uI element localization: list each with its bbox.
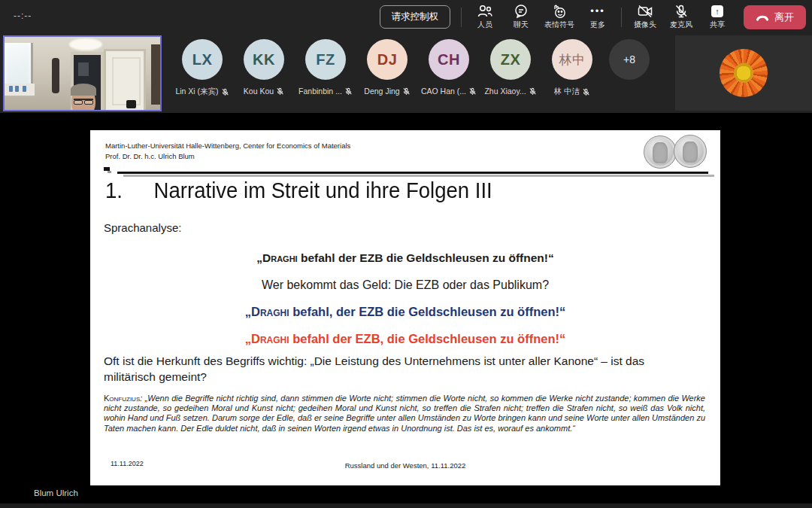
participant-tile[interactable]: KK Kou Kou — [233, 34, 295, 113]
share-label: 共享 — [710, 20, 725, 30]
slide-header-line1: Martin-Luther-Universität Halle-Wittenbe… — [105, 141, 350, 151]
participants-button[interactable]: 人员 — [472, 4, 498, 30]
quote-red: „Draghi befahl der EZB, die Geldschleuse… — [90, 332, 720, 346]
slide-title: 1.Narrative im Streit und ihre Folgen II… — [105, 178, 492, 203]
avatar: FZ — [305, 39, 346, 80]
mic-muted-icon — [344, 87, 353, 96]
quote-1: „Draghi befahl der EZB die Geldschleusen… — [90, 251, 720, 265]
meeting-window: --:-- 请求控制权 人员 — [0, 0, 812, 508]
camera-off-icon — [637, 4, 653, 19]
toolbar-divider — [621, 8, 622, 27]
participant-tile[interactable]: CH CAO Han (... — [418, 34, 480, 113]
participant-video-tile[interactable] — [675, 35, 812, 111]
participant-name: 林 中洁 — [554, 87, 580, 97]
emoji-label: 表情符号 — [544, 20, 574, 30]
avatar: LX — [182, 39, 223, 80]
presentation-slide: Martin-Luther-Universität Halle-Wittenbe… — [90, 130, 720, 485]
konfuzius-quote: Konfuzius: „Wenn die Begriffe nicht rich… — [104, 394, 705, 433]
camera-button[interactable]: 摄像头 — [632, 4, 658, 30]
participant-name: Kou Kou — [244, 87, 274, 96]
coin-icon — [644, 135, 677, 169]
mic-muted-icon — [529, 87, 537, 96]
top-toolbar: --:-- 请求控制权 人员 — [0, 0, 812, 34]
slide-title-number: 1. — [105, 178, 154, 203]
self-video-tile[interactable] — [3, 35, 162, 111]
flower-avatar — [720, 49, 768, 97]
more-button[interactable]: ••• 更多 — [585, 4, 611, 30]
chat-label: 聊天 — [514, 20, 529, 30]
participant-tile[interactable]: LX Lin Xi (来宾) — [171, 34, 233, 113]
mic-off-icon — [674, 4, 689, 19]
overflow-count-badge: +8 — [609, 39, 650, 80]
phone-icon — [756, 13, 769, 22]
participant-name: Deng Jing — [364, 87, 399, 96]
participant-tile[interactable]: DJ Deng Jing — [356, 34, 418, 113]
avatar: KK — [244, 39, 284, 80]
mic-muted-icon — [276, 87, 284, 96]
mic-button[interactable]: 麦克风 — [668, 4, 694, 30]
mic-muted-icon — [402, 87, 411, 96]
request-control-button[interactable]: 请求控制权 — [380, 5, 451, 29]
question-line: Wer bekommt das Geld: Die EZB oder das P… — [90, 278, 720, 292]
chat-icon — [514, 4, 529, 19]
bottom-strip — [0, 503, 812, 508]
shared-screen-area: Martin-Luther-Universität Halle-Wittenbe… — [0, 113, 812, 508]
meeting-timer: --:-- — [14, 11, 32, 21]
coin-icon — [674, 135, 707, 168]
mic-label: 麦克风 — [670, 20, 692, 30]
mic-muted-icon — [221, 88, 229, 96]
slide-subtitle: Sprachanalyse: — [104, 221, 181, 234]
slide-footer-title: Russland und der Westen, 11.11.2022 — [90, 461, 720, 470]
slide-header-line2: Prof. Dr. Dr. h.c. Ulrich Blum — [105, 151, 350, 162]
slide-paragraph: Oft ist die Herkunft des Begriffs wichti… — [104, 353, 699, 385]
leave-label: 离开 — [774, 11, 794, 24]
share-icon: ↑ — [711, 4, 723, 19]
emoji-icon — [551, 4, 568, 19]
self-name-label: Blum Ulrich — [34, 488, 78, 497]
quote-blue: „Draghi befahl, der EZB die Geldschleuse… — [90, 305, 720, 319]
more-participants-button[interactable]: +8 — [603, 34, 656, 113]
mic-muted-icon — [468, 87, 477, 96]
leave-button[interactable]: 离开 — [744, 5, 806, 29]
avatar: ZX — [490, 39, 531, 80]
participant-name: Zhu Xiaoy... — [484, 87, 526, 96]
camera-label: 摄像头 — [634, 20, 656, 30]
avatar-row: LX Lin Xi (来宾) KK Kou Kou FZ Fanbinbin .… — [171, 34, 659, 113]
slide-title-text: Narrative im Streit und ihre Folgen III — [154, 178, 492, 202]
more-icon: ••• — [590, 4, 605, 19]
emoji-button[interactable]: 表情符号 — [544, 4, 574, 30]
slide-header: Martin-Luther-Universität Halle-Wittenbe… — [105, 141, 350, 163]
university-seal-coins — [644, 135, 708, 169]
mic-muted-icon — [582, 88, 590, 96]
participant-tile[interactable]: 林中 林 中洁 — [541, 34, 603, 113]
participant-name: Fanbinbin ... — [298, 87, 342, 96]
avatar: CH — [429, 39, 469, 80]
share-button[interactable]: ↑ 共享 — [704, 4, 730, 30]
webcam-preview — [5, 37, 160, 110]
participant-tile[interactable]: FZ Fanbinbin ... — [295, 34, 356, 113]
chat-button[interactable]: 聊天 — [508, 4, 534, 30]
participants-label: 人员 — [477, 20, 492, 30]
avatar: 林中 — [552, 39, 592, 80]
participant-strip: LX Lin Xi (来宾) KK Kou Kou FZ Fanbinbin .… — [0, 34, 812, 113]
more-label: 更多 — [590, 20, 605, 30]
participant-name: Lin Xi (来宾) — [175, 87, 218, 97]
toolbar-divider — [461, 8, 462, 27]
header-rule — [90, 167, 720, 178]
participants-icon — [477, 4, 493, 19]
participant-name: CAO Han (... — [421, 87, 466, 96]
avatar: DJ — [367, 39, 408, 80]
participant-tile[interactable]: ZX Zhu Xiaoy... — [480, 34, 541, 113]
